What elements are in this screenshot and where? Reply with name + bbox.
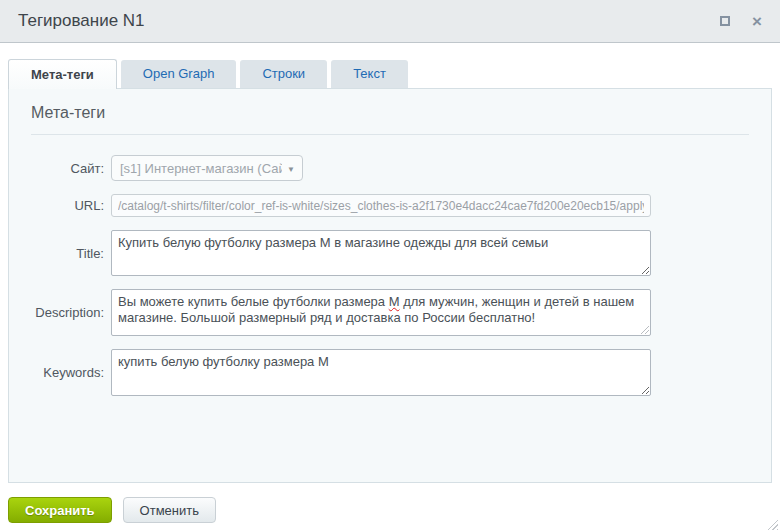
- site-select[interactable]: [s1] Интернет-магазин (Сайт ▼: [111, 155, 303, 181]
- meta-tags-panel: Мета-теги Сайт: [s1] Интернет-магазин (С…: [8, 88, 772, 483]
- close-button[interactable]: ×: [748, 12, 766, 30]
- tab-meta-tags[interactable]: Мета-теги: [8, 59, 117, 89]
- tab-text[interactable]: Текст: [331, 60, 408, 88]
- dialog-footer: Сохранить Отменить: [0, 483, 780, 523]
- tab-open-graph[interactable]: Open Graph: [121, 60, 237, 88]
- tab-strings[interactable]: Строки: [240, 60, 327, 88]
- cancel-button[interactable]: Отменить: [123, 497, 216, 523]
- site-row: Сайт: [s1] Интернет-магазин (Сайт ▼: [31, 155, 771, 181]
- site-label: Сайт:: [31, 161, 111, 176]
- keywords-label: Keywords:: [31, 365, 111, 380]
- chevron-down-icon: ▼: [287, 165, 295, 174]
- maximize-button[interactable]: [716, 12, 734, 30]
- tab-bar: Мета-теги Open Graph Строки Текст: [0, 59, 780, 88]
- misspelled-word: М: [389, 294, 400, 309]
- section-heading: Мета-теги: [9, 89, 771, 134]
- window-controls: ×: [716, 12, 766, 30]
- url-input[interactable]: [111, 194, 651, 217]
- dialog-titlebar: Тегирование N1 ×: [0, 0, 780, 43]
- save-button[interactable]: Сохранить: [8, 497, 112, 523]
- keywords-textarea[interactable]: купить белую футболку размера М: [111, 349, 651, 396]
- section-divider: [31, 134, 749, 135]
- site-select-value: [s1] Интернет-магазин (Сайт: [120, 161, 282, 176]
- description-textarea[interactable]: Вы можете купить белые футболки размера …: [111, 289, 651, 336]
- title-row: Title: Купить белую футболку размера М в…: [31, 230, 771, 276]
- dialog-title: Тегирование N1: [18, 11, 716, 31]
- description-text-before: Вы можете купить белые футболки размера: [118, 294, 389, 309]
- textarea-resize-grip-icon[interactable]: [639, 324, 649, 334]
- close-icon: ×: [752, 13, 762, 30]
- tagging-dialog: Тегирование N1 × Мета-теги Open Graph Ст…: [0, 0, 780, 532]
- url-label: URL:: [31, 198, 111, 213]
- description-label: Description:: [31, 305, 111, 320]
- title-textarea[interactable]: Купить белую футболку размера М в магази…: [111, 230, 651, 276]
- title-label: Title:: [31, 246, 111, 261]
- maximize-icon: [720, 16, 730, 26]
- url-row: URL:: [31, 194, 771, 217]
- description-row: Description: Вы можете купить белые футб…: [31, 289, 771, 336]
- keywords-row: Keywords: купить белую футболку размера …: [31, 349, 771, 396]
